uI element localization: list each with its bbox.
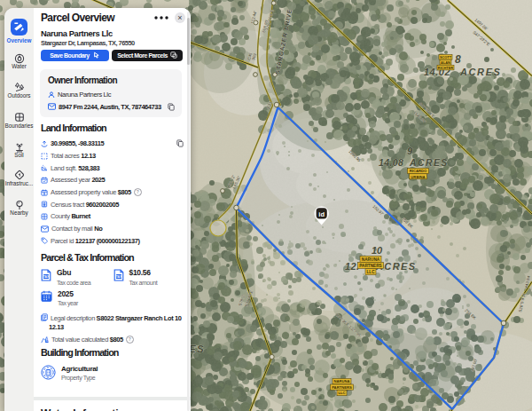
svg-text:14.08: 14.08 (379, 157, 403, 168)
svg-text:ACRES: ACRES (459, 67, 502, 77)
svg-text:URBINA: URBINA (411, 175, 425, 179)
svg-text:NARUNA: NARUNA (362, 257, 380, 262)
svg-text:PARTNERS: PARTNERS (332, 385, 352, 390)
svg-text:LLC: LLC (366, 270, 375, 274)
svg-text:RICARDO: RICARDO (410, 169, 427, 173)
svg-text:9: 9 (407, 146, 413, 156)
svg-text:PARTNERS: PARTNERS (359, 264, 381, 268)
svg-text:ALAN: ALAN (441, 60, 450, 65)
svg-text:LLC: LLC (338, 391, 345, 395)
svg-text:TAX: TAX (43, 275, 50, 279)
svg-text:ES: ES (189, 344, 205, 354)
svg-text:8: 8 (455, 53, 461, 66)
svg-text:ACRES: ACRES (409, 157, 449, 168)
svg-text:NARUNA: NARUNA (333, 379, 349, 383)
svg-text:SCOTT: SCOTT (440, 55, 452, 59)
svg-text:12.: 12. (345, 261, 360, 272)
svg-text:10: 10 (372, 245, 383, 256)
svg-text:TAX: TAX (115, 275, 121, 279)
svg-text:RICHTER: RICHTER (438, 66, 453, 70)
svg-text:id: id (318, 210, 325, 218)
